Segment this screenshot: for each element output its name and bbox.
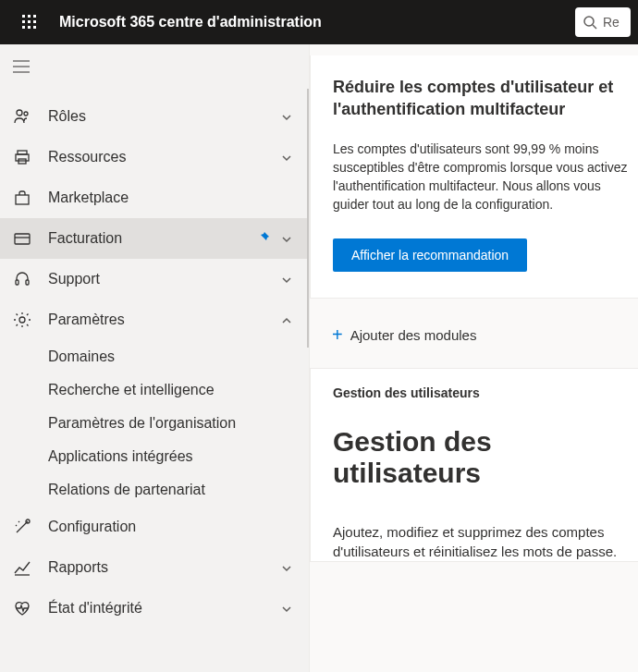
- chevron-down-icon: [281, 273, 294, 286]
- headset-icon: [13, 270, 31, 288]
- sidebar-subitem-label: Domaines: [48, 348, 115, 365]
- app-launcher-button[interactable]: [7, 0, 52, 44]
- printer-icon: [13, 148, 31, 166]
- svg-point-9: [584, 17, 594, 26]
- sidebar-item-ressources[interactable]: Ressources: [0, 137, 309, 177]
- svg-point-25: [26, 519, 30, 523]
- sidebar-item-label: Configuration: [48, 519, 294, 535]
- plus-icon: +: [332, 324, 343, 346]
- sidebar-subitem-partenariat[interactable]: Relations de partenariat: [0, 473, 309, 507]
- sidebar-item-rapports[interactable]: Rapports: [0, 547, 309, 588]
- sidebar-subitem-org[interactable]: Paramètres de l'organisation: [0, 407, 309, 440]
- briefcase-icon: [13, 189, 31, 207]
- svg-rect-2: [33, 15, 36, 18]
- sidebar-subitem-label: Applications intégrées: [48, 448, 193, 465]
- sidebar-item-etat[interactable]: État d'intégrité: [0, 588, 309, 629]
- sidebar-item-parametres[interactable]: Paramètres: [0, 299, 309, 340]
- show-recommendation-button[interactable]: Afficher la recommandation: [333, 238, 527, 272]
- sidebar-subitem-label: Recherche et intelligence: [48, 382, 215, 398]
- svg-rect-4: [28, 20, 31, 23]
- chevron-down-icon: [281, 232, 294, 245]
- sidebar-item-label: Rapports: [48, 559, 281, 576]
- chevron-down-icon: [281, 561, 294, 574]
- app-title: Microsoft 365 centre d'administration: [52, 14, 575, 31]
- svg-rect-22: [16, 280, 18, 285]
- pin-icon: [257, 231, 272, 246]
- chevron-up-icon: [281, 313, 294, 326]
- waffle-icon: [22, 15, 37, 30]
- hamburger-icon: [13, 60, 30, 73]
- roles-icon: [13, 107, 31, 126]
- svg-rect-5: [33, 20, 36, 23]
- sidebar-subitem-domaines[interactable]: Domaines: [0, 340, 309, 373]
- sidebar-item-facturation[interactable]: Facturation: [0, 218, 309, 259]
- chevron-down-icon: [281, 602, 294, 615]
- sidebar-item-support[interactable]: Support: [0, 259, 309, 299]
- sidebar-item-label: Support: [48, 271, 281, 287]
- sidebar-item-label: Paramètres: [48, 312, 281, 328]
- recommendation-card: Réduire les comptes d'utilisateur et l'a…: [310, 55, 638, 299]
- sidebar: Rôles Ressources Marketplace: [0, 44, 310, 672]
- svg-point-24: [19, 317, 25, 323]
- svg-point-15: [24, 112, 28, 116]
- user-management-label: Gestion des utilisateurs: [333, 385, 638, 400]
- svg-rect-6: [22, 26, 25, 29]
- credit-card-icon: [13, 229, 31, 248]
- add-modules-label: Ajouter des modules: [350, 327, 477, 343]
- svg-point-14: [17, 110, 22, 116]
- sidebar-item-label: Marketplace: [48, 189, 294, 206]
- sidebar-item-roles[interactable]: Rôles: [0, 96, 309, 137]
- sidebar-item-marketplace[interactable]: Marketplace: [0, 177, 309, 218]
- user-management-title: Gestion des utilisateurs: [333, 426, 638, 489]
- chevron-down-icon: [281, 151, 294, 164]
- add-modules-button[interactable]: + Ajouter des modules: [310, 299, 638, 368]
- svg-rect-7: [28, 26, 31, 29]
- search-input[interactable]: Re: [575, 7, 631, 37]
- nav-toggle-button[interactable]: [0, 44, 309, 89]
- sidebar-subitem-recherche[interactable]: Recherche et intelligence: [0, 373, 309, 407]
- sidebar-item-configuration[interactable]: Configuration: [0, 507, 309, 547]
- search-placeholder: Re: [603, 15, 620, 30]
- svg-line-10: [593, 25, 596, 29]
- svg-rect-17: [16, 154, 29, 161]
- health-icon: [13, 599, 31, 617]
- svg-rect-23: [26, 280, 29, 285]
- svg-rect-8: [33, 26, 36, 29]
- svg-rect-3: [22, 20, 25, 23]
- sidebar-item-label: État d'intégrité: [48, 600, 281, 617]
- user-management-body: Ajoutez, modifiez et supprimez des compt…: [333, 522, 638, 561]
- recommendation-body: Les comptes d'utilisateurs sont 99,99 % …: [333, 140, 638, 214]
- user-management-card: Gestion des utilisateurs Gestion des uti…: [310, 368, 638, 562]
- wand-icon: [13, 518, 31, 536]
- chevron-down-icon: [281, 110, 294, 123]
- sidebar-subitem-label: Paramètres de l'organisation: [48, 415, 236, 432]
- svg-rect-20: [15, 234, 30, 244]
- svg-rect-1: [28, 15, 31, 18]
- sidebar-item-label: Facturation: [48, 230, 257, 247]
- gear-icon: [13, 311, 31, 329]
- sidebar-item-label: Rôles: [48, 108, 281, 125]
- chart-icon: [13, 558, 31, 577]
- sidebar-item-label: Ressources: [48, 149, 281, 165]
- sidebar-subitem-apps[interactable]: Applications intégrées: [0, 440, 309, 473]
- main-content: Réduire les comptes d'utilisateur et l'a…: [310, 44, 638, 672]
- svg-rect-19: [16, 195, 29, 204]
- sidebar-subitem-label: Relations de partenariat: [48, 482, 205, 498]
- svg-rect-0: [22, 15, 25, 18]
- search-icon: [583, 15, 597, 30]
- recommendation-title: Réduire les comptes d'utilisateur et l'a…: [333, 76, 638, 121]
